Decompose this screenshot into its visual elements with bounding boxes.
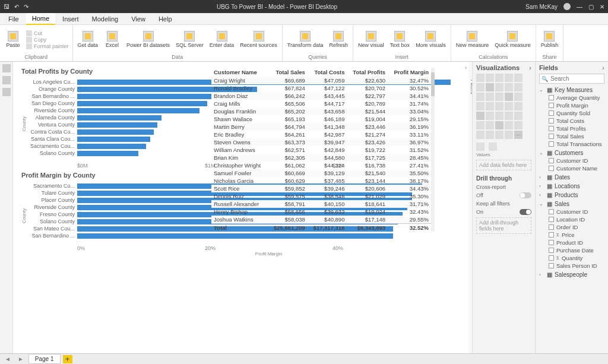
field-checkbox[interactable] bbox=[549, 134, 554, 139]
visual-type-icon[interactable] bbox=[476, 131, 484, 139]
visual-type-icon[interactable] bbox=[486, 83, 494, 91]
add-page-button[interactable]: + bbox=[63, 355, 72, 363]
tab-file[interactable]: File bbox=[2, 14, 25, 24]
table-row[interactable]: Craig Mills$65,506$44,717$20,78931.74% bbox=[211, 100, 431, 107]
visual-type-icon[interactable] bbox=[495, 112, 504, 120]
table-header[interactable]: Customer Name bbox=[211, 68, 268, 77]
visual-type-icon[interactable] bbox=[505, 83, 513, 91]
field-item[interactable]: ΣQuantity bbox=[539, 254, 604, 262]
field-item[interactable]: Location ID bbox=[539, 216, 604, 223]
fields-search-input[interactable] bbox=[539, 74, 604, 84]
field-checkbox[interactable] bbox=[549, 263, 554, 268]
table-row[interactable]: Ronald Bradley$67,824$47,122$20,70230.52… bbox=[211, 84, 431, 92]
field-checkbox[interactable] bbox=[549, 158, 554, 163]
cross-report-toggle[interactable] bbox=[520, 192, 531, 198]
tab-view[interactable]: View bbox=[125, 14, 151, 24]
field-item[interactable]: Purchase Date bbox=[539, 246, 604, 254]
text-box-button[interactable]: Text box bbox=[389, 30, 411, 49]
field-table-locations[interactable]: ›▦Locations bbox=[539, 182, 604, 190]
field-checkbox[interactable] bbox=[549, 224, 554, 230]
field-checkbox[interactable] bbox=[549, 126, 554, 131]
visual-type-icon[interactable] bbox=[495, 121, 504, 129]
field-item[interactable]: Sales Person ID bbox=[539, 262, 604, 270]
bar-row[interactable]: San Bernardino ... bbox=[21, 232, 460, 239]
report-canvas[interactable]: Total Profits by County County Los Angel… bbox=[13, 62, 468, 353]
maximize-icon[interactable]: ▢ bbox=[588, 4, 594, 10]
field-item[interactable]: ΣPrice bbox=[539, 231, 604, 239]
visual-type-icon[interactable] bbox=[495, 102, 504, 110]
table-row[interactable]: Eric Bradley$64,261$42,987$21,27433.11% bbox=[211, 131, 431, 138]
field-item[interactable]: Order ID bbox=[539, 223, 604, 231]
table-row[interactable]: Brian Kim$62,305$44,580$17,72528.45% bbox=[211, 154, 431, 162]
cut-button[interactable]: Cut bbox=[26, 30, 69, 36]
table-row[interactable]: Russell Alexander$58,791$40,150$18,64131… bbox=[211, 200, 431, 208]
get-data-button[interactable]: Get data bbox=[77, 30, 100, 49]
field-item[interactable]: Average Quantity bbox=[539, 94, 604, 102]
visual-type-icon[interactable] bbox=[486, 102, 494, 110]
field-checkbox[interactable] bbox=[549, 255, 554, 261]
visual-type-icon[interactable] bbox=[486, 112, 494, 120]
visual-type-icon[interactable] bbox=[486, 74, 494, 82]
chevron-left-icon[interactable]: ‹ bbox=[465, 64, 467, 71]
visual-type-icon[interactable] bbox=[505, 112, 513, 120]
visual-type-icon[interactable] bbox=[514, 102, 522, 110]
minimize-icon[interactable]: — bbox=[577, 4, 582, 10]
recent-sources-button[interactable]: Recent sources bbox=[239, 30, 278, 49]
field-table-products[interactable]: ›▦Products bbox=[539, 191, 604, 199]
field-item[interactable]: Customer Name bbox=[539, 164, 604, 172]
table-row[interactable]: Douglas Franklin$65,202$43,658$21,54433.… bbox=[211, 107, 431, 115]
more-visuals-button[interactable]: More visuals bbox=[414, 30, 447, 49]
field-table-customers[interactable]: ⌄▦Customers bbox=[539, 149, 604, 157]
field-checkbox[interactable] bbox=[549, 118, 554, 124]
table-row[interactable]: Dennis Ruiz$59,575$38,546$21,02935.30% bbox=[211, 192, 431, 200]
visual-type-icon[interactable] bbox=[514, 83, 522, 91]
field-checkbox[interactable] bbox=[549, 110, 554, 116]
field-table-salespeople[interactable]: ›▦Salespeople bbox=[539, 271, 604, 278]
chevron-right-icon[interactable]: › bbox=[529, 64, 531, 71]
avatar[interactable] bbox=[563, 3, 571, 10]
field-table-sales[interactable]: ⌄▦Sales bbox=[539, 200, 604, 208]
values-dropzone[interactable]: Add data fields here bbox=[476, 160, 531, 170]
copy-button[interactable]: Copy bbox=[26, 37, 69, 43]
visual-type-icon[interactable]: ⋯ bbox=[514, 131, 522, 139]
user-name[interactable]: Sam McKay bbox=[525, 4, 558, 10]
field-checkbox[interactable] bbox=[549, 232, 554, 238]
field-item[interactable]: Customer ID bbox=[539, 157, 604, 164]
close-icon[interactable]: ✕ bbox=[600, 4, 604, 10]
visual-type-icon[interactable] bbox=[476, 74, 484, 82]
visual-type-icon[interactable] bbox=[495, 74, 504, 82]
visual-type-icon[interactable] bbox=[476, 121, 484, 129]
refresh-button[interactable]: Refresh bbox=[328, 30, 350, 49]
field-checkbox[interactable] bbox=[549, 166, 554, 171]
field-item[interactable]: Total Profits bbox=[539, 125, 604, 132]
table-row[interactable]: Brandon Diaz$66,242$43,445$22,79734.41% bbox=[211, 92, 431, 100]
data-view-icon[interactable] bbox=[2, 76, 11, 84]
table-row[interactable]: Nicholas Garcia$60,629$37,485$23,14438.1… bbox=[211, 177, 431, 185]
page-tab-1[interactable]: Page 1 bbox=[28, 354, 61, 364]
visual-type-icon[interactable] bbox=[486, 121, 494, 129]
table-header[interactable]: Total Sales bbox=[268, 68, 308, 77]
field-item[interactable]: Total Costs bbox=[539, 117, 604, 125]
new-measure-button[interactable]: New measure bbox=[455, 30, 490, 49]
field-item[interactable]: Profit Margin bbox=[539, 102, 604, 109]
visual-type-icon[interactable] bbox=[505, 102, 513, 110]
table-row[interactable]: William Andrews$62,571$42,849$19,72231.5… bbox=[211, 146, 431, 154]
field-checkbox[interactable] bbox=[549, 95, 554, 100]
visual-type-icon[interactable] bbox=[505, 121, 513, 129]
visual-type-icon[interactable] bbox=[514, 74, 522, 82]
tab-help[interactable]: Help bbox=[153, 14, 178, 24]
enter-data-button[interactable]: Enter data bbox=[208, 30, 236, 49]
save-icon[interactable]: 🖫 bbox=[4, 4, 10, 10]
visual-type-icon[interactable] bbox=[476, 112, 484, 120]
table-scrollbar[interactable] bbox=[431, 68, 435, 232]
table-visual[interactable]: Customer NameTotal SalesTotal CostsTotal… bbox=[211, 68, 431, 232]
table-row[interactable]: Joshua Watkins$58,038$40,890$17,14829.55… bbox=[211, 216, 431, 224]
field-checkbox[interactable] bbox=[549, 141, 554, 147]
table-header[interactable]: Profit Margin bbox=[388, 68, 431, 77]
publish-button[interactable]: Publish bbox=[540, 30, 560, 49]
next-page-button[interactable]: ► bbox=[15, 356, 26, 362]
table-row[interactable]: Craig Wright$69,689$47,059$22,63032.47% bbox=[211, 77, 431, 84]
chevron-right-icon[interactable]: › bbox=[602, 64, 604, 71]
field-checkbox[interactable] bbox=[549, 248, 554, 253]
prev-page-button[interactable]: ◄ bbox=[2, 356, 13, 362]
